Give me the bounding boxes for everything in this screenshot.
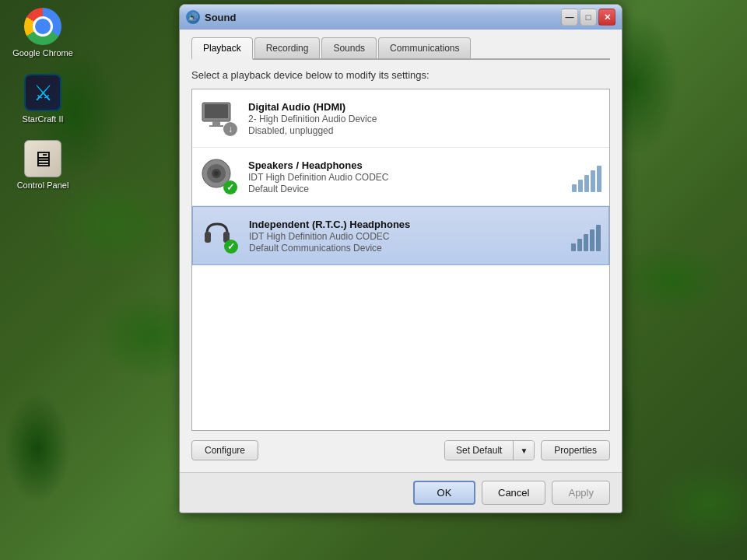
desktop-icons: Google Chrome ⚔ StarCraft II 🖥 Control P… xyxy=(12,8,74,191)
set-default-split: Set Default ▼ xyxy=(444,440,535,460)
volume-bars-speakers xyxy=(572,161,601,192)
desktop: Google Chrome ⚔ StarCraft II 🖥 Control P… xyxy=(0,0,747,560)
vol-bar xyxy=(596,225,601,251)
maximize-button[interactable]: □ xyxy=(580,9,597,26)
close-button[interactable]: ✕ xyxy=(598,9,615,26)
device-name-speakers: Speakers / Headphones xyxy=(248,159,566,171)
svg-rect-3 xyxy=(209,125,223,127)
device-item[interactable]: ✓ Speakers / Headphones IDT High Definit… xyxy=(192,148,609,206)
device-icon-speakers: ✓ xyxy=(200,157,239,196)
tab-communications[interactable]: Communications xyxy=(378,37,471,58)
bottom-left-buttons: Configure xyxy=(191,440,258,460)
vol-bar xyxy=(571,243,576,251)
sound-dialog-icon: 🔊 xyxy=(186,10,200,24)
device-icon-hdmi: ↓ xyxy=(200,99,239,138)
title-bar-buttons: — □ ✕ xyxy=(561,9,615,26)
device-info-headphones: Independent (R.T.C.) Headphones IDT High… xyxy=(249,219,565,254)
svg-rect-2 xyxy=(212,121,220,125)
volume-bars-headphones xyxy=(571,220,601,251)
default-badge: ✓ xyxy=(223,180,237,194)
apply-button[interactable]: Apply xyxy=(552,481,610,505)
properties-button[interactable]: Properties xyxy=(541,440,610,460)
device-item-selected[interactable]: ✓ Independent (R.T.C.) Headphones IDT Hi… xyxy=(192,206,609,265)
google-chrome-icon[interactable]: Google Chrome xyxy=(12,8,74,58)
control-panel-icon[interactable]: 🖥 Control Panel xyxy=(12,140,74,191)
device-driver-hdmi: 2- High Definition Audio Device xyxy=(248,114,601,124)
svg-point-7 xyxy=(214,171,219,176)
dialog-title: Sound xyxy=(205,12,236,23)
ok-button[interactable]: OK xyxy=(413,481,475,505)
vol-bar xyxy=(591,170,595,192)
tab-sounds[interactable]: Sounds xyxy=(321,37,377,58)
control-panel-label: Control Panel xyxy=(17,180,69,191)
dialog-footer: OK Cancel Apply xyxy=(180,472,622,513)
device-driver-headphones: IDT High Definition Audio CODEC xyxy=(249,231,565,242)
device-name-hdmi: Digital Audio (HDMI) xyxy=(248,101,601,113)
disabled-badge: ↓ xyxy=(223,122,237,136)
dialog-content: Playback Recording Sounds Communications… xyxy=(180,30,622,472)
chrome-label: Google Chrome xyxy=(12,48,73,58)
tab-playback[interactable]: Playback xyxy=(191,37,253,60)
bottom-right-buttons: Set Default ▼ Properties xyxy=(444,440,610,460)
device-name-headphones: Independent (R.T.C.) Headphones xyxy=(249,219,565,230)
device-item[interactable]: ↓ Digital Audio (HDMI) 2- High Definitio… xyxy=(192,89,609,148)
minimize-button[interactable]: — xyxy=(561,9,578,26)
device-info-hdmi: Digital Audio (HDMI) 2- High Definition … xyxy=(248,101,601,136)
svg-rect-1 xyxy=(205,104,228,118)
cancel-button[interactable]: Cancel xyxy=(482,481,545,505)
vol-bar xyxy=(577,239,582,251)
set-default-dropdown[interactable]: ▼ xyxy=(514,441,534,460)
device-status-hdmi: Disabled, unplugged xyxy=(248,125,601,136)
sound-dialog: 🔊 Sound — □ ✕ Playback Recording Sounds xyxy=(179,4,622,513)
svg-rect-8 xyxy=(205,232,211,243)
vol-bar xyxy=(590,229,594,251)
instruction-text: Select a playback device below to modify… xyxy=(191,69,610,81)
set-default-button[interactable]: Set Default xyxy=(445,441,514,460)
tab-recording[interactable]: Recording xyxy=(254,37,321,58)
device-driver-speakers: IDT High Definition Audio CODEC xyxy=(248,172,566,183)
tabs-bar: Playback Recording Sounds Communications xyxy=(191,37,610,60)
configure-button[interactable]: Configure xyxy=(191,440,258,460)
device-info-speakers: Speakers / Headphones IDT High Definitio… xyxy=(248,159,566,194)
title-bar: 🔊 Sound — □ ✕ xyxy=(180,5,622,30)
bottom-buttons: Configure Set Default ▼ Properties xyxy=(191,440,610,460)
vol-bar xyxy=(597,166,601,192)
device-status-headphones: Default Communications Device xyxy=(249,243,565,254)
comms-badge: ✓ xyxy=(224,240,238,254)
vol-bar xyxy=(584,234,588,251)
device-status-speakers: Default Device xyxy=(248,184,566,194)
device-icon-headphones: ✓ xyxy=(201,216,240,255)
starcraft-label: StarCraft II xyxy=(22,114,63,124)
vol-bar xyxy=(584,175,589,192)
vol-bar xyxy=(572,184,577,192)
cp-logo: 🖥 xyxy=(24,140,61,177)
vol-bar xyxy=(578,180,583,192)
chrome-logo xyxy=(24,8,61,45)
starcraft-logo: ⚔ xyxy=(24,74,61,111)
title-bar-left: 🔊 Sound xyxy=(186,10,236,24)
devices-list: ↓ Digital Audio (HDMI) 2- High Definitio… xyxy=(191,89,610,431)
starcraft-icon[interactable]: ⚔ StarCraft II xyxy=(12,74,74,124)
